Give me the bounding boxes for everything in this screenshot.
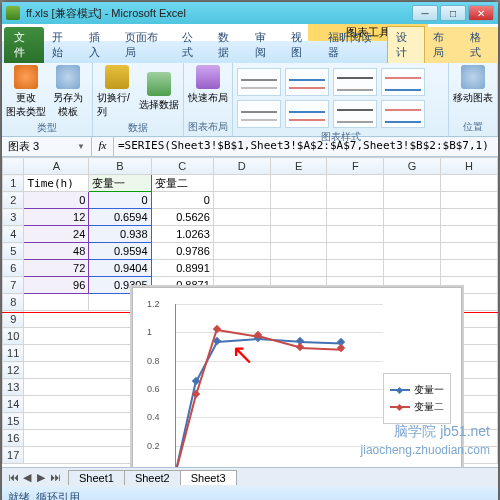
formula-input[interactable]: =SERIES(Sheet3!$B$1,Sheet3!$A$2:$A$7,She… bbox=[114, 137, 498, 156]
sheet-nav-first[interactable]: ⏮ bbox=[6, 471, 20, 484]
tab-layout[interactable]: 布局 bbox=[425, 27, 461, 63]
chart-style-8[interactable] bbox=[381, 100, 425, 128]
tab-review[interactable]: 审阅 bbox=[247, 27, 283, 63]
save-as-template-button[interactable]: 另存为模板 bbox=[48, 65, 88, 119]
group-location-label: 位置 bbox=[453, 118, 493, 134]
window-title: ff.xls [兼容模式] - Microsoft Excel bbox=[26, 6, 412, 21]
tab-data[interactable]: 数据 bbox=[210, 27, 246, 63]
chart-style-gallery bbox=[237, 65, 437, 128]
plot-area[interactable]: 00.20.40.60.811.2020406080100120 bbox=[147, 298, 387, 467]
quick-layout-icon bbox=[196, 65, 220, 89]
select-data-button[interactable]: 选择数据 bbox=[139, 72, 179, 112]
close-button[interactable]: ✕ bbox=[468, 5, 494, 21]
legend-marker-1 bbox=[390, 389, 410, 391]
chart-style-2[interactable] bbox=[285, 68, 329, 96]
select-all-corner[interactable] bbox=[3, 158, 24, 175]
name-box[interactable]: 图表 3▼ bbox=[2, 137, 92, 156]
watermark-text: 脑学院 jb51.net bbox=[394, 423, 490, 441]
sheet-tab-1[interactable]: Sheet1 bbox=[68, 470, 125, 485]
status-circular-ref: 循环引用 bbox=[36, 491, 80, 501]
switch-row-col-button[interactable]: 切换行/列 bbox=[97, 65, 137, 119]
group-layout-label: 图表布局 bbox=[188, 118, 228, 134]
tab-formulas[interactable]: 公式 bbox=[174, 27, 210, 63]
status-ready: 就绪 bbox=[8, 491, 30, 501]
col-header[interactable]: A bbox=[24, 158, 89, 175]
watermark-url: jiaocheng.zhuodian.com bbox=[361, 443, 490, 457]
chart-style-5[interactable] bbox=[237, 100, 281, 128]
chart-style-4[interactable] bbox=[381, 68, 425, 96]
chart-legend[interactable]: 变量一 变量二 bbox=[383, 373, 451, 424]
chart-style-6[interactable] bbox=[285, 100, 329, 128]
worksheet-grid[interactable]: A B C D E F G H 1 Time(h) 变量一 变量二 2 0 0 … bbox=[2, 157, 498, 467]
excel-window: ff.xls [兼容模式] - Microsoft Excel ─ □ ✕ 图表… bbox=[2, 2, 498, 500]
ribbon-tabs: 文件 开始 插入 页面布局 公式 数据 审阅 视图 福昕阅读器 设计 布局 格式 bbox=[2, 41, 498, 63]
change-chart-type-button[interactable]: 更改图表类型 bbox=[6, 65, 46, 119]
col-header[interactable]: G bbox=[384, 158, 441, 175]
tab-view[interactable]: 视图 bbox=[283, 27, 319, 63]
move-chart-icon bbox=[461, 65, 485, 89]
cell[interactable]: Time(h) bbox=[24, 175, 89, 192]
sheet-tabs: ⏮ ◀ ▶ ⏭ Sheet1 Sheet2 Sheet3 bbox=[2, 467, 498, 487]
formula-bar: 图表 3▼ fx =SERIES(Sheet3!$B$1,Sheet3!$A$2… bbox=[2, 137, 498, 157]
minimize-button[interactable]: ─ bbox=[412, 5, 438, 21]
save-template-icon bbox=[56, 65, 80, 89]
chart-style-3[interactable] bbox=[333, 68, 377, 96]
col-header[interactable]: H bbox=[441, 158, 498, 175]
sheet-nav-last[interactable]: ⏭ bbox=[48, 471, 62, 484]
cell[interactable]: 变量一 bbox=[89, 175, 151, 192]
title-bar[interactable]: ff.xls [兼容模式] - Microsoft Excel ─ □ ✕ bbox=[2, 2, 498, 24]
legend-label-1: 变量一 bbox=[414, 383, 444, 397]
excel-icon bbox=[6, 6, 20, 20]
tab-file[interactable]: 文件 bbox=[4, 27, 44, 63]
tab-home[interactable]: 开始 bbox=[44, 27, 80, 63]
switch-rowcol-icon bbox=[105, 65, 129, 89]
col-header[interactable]: F bbox=[327, 158, 384, 175]
chevron-down-icon: ▼ bbox=[77, 142, 85, 151]
chart-style-7[interactable] bbox=[333, 100, 377, 128]
select-data-icon bbox=[147, 72, 171, 96]
sheet-nav-next[interactable]: ▶ bbox=[34, 471, 48, 484]
sheet-nav-prev[interactable]: ◀ bbox=[20, 471, 34, 484]
chart-style-1[interactable] bbox=[237, 68, 281, 96]
status-bar: 就绪 循环引用 bbox=[2, 487, 498, 500]
move-chart-button[interactable]: 移动图表 bbox=[453, 65, 493, 105]
maximize-button[interactable]: □ bbox=[440, 5, 466, 21]
ribbon-body: 更改图表类型 另存为模板 类型 切换行/列 选择数据 数据 快速布局 图表布局 bbox=[2, 63, 498, 137]
group-type-label: 类型 bbox=[6, 119, 88, 135]
col-header[interactable]: B bbox=[89, 158, 151, 175]
col-header[interactable]: C bbox=[151, 158, 213, 175]
tab-format[interactable]: 格式 bbox=[462, 27, 498, 63]
cell[interactable]: 变量二 bbox=[151, 175, 213, 192]
sheet-tab-3[interactable]: Sheet3 bbox=[180, 470, 237, 485]
annotation-arrow: ↖ bbox=[231, 338, 254, 371]
col-header[interactable]: D bbox=[213, 158, 270, 175]
group-data-label: 数据 bbox=[97, 119, 179, 135]
legend-marker-2 bbox=[390, 406, 410, 408]
tab-insert[interactable]: 插入 bbox=[81, 27, 117, 63]
fx-icon[interactable]: fx bbox=[92, 137, 114, 156]
change-chart-type-icon bbox=[14, 65, 38, 89]
tab-foxit[interactable]: 福昕阅读器 bbox=[320, 27, 387, 63]
tab-page-layout[interactable]: 页面布局 bbox=[117, 27, 174, 63]
col-header[interactable]: E bbox=[270, 158, 327, 175]
legend-label-2: 变量二 bbox=[414, 400, 444, 414]
tab-design[interactable]: 设计 bbox=[387, 26, 425, 63]
sheet-tab-2[interactable]: Sheet2 bbox=[124, 470, 181, 485]
quick-layout-button[interactable]: 快速布局 bbox=[188, 65, 228, 105]
